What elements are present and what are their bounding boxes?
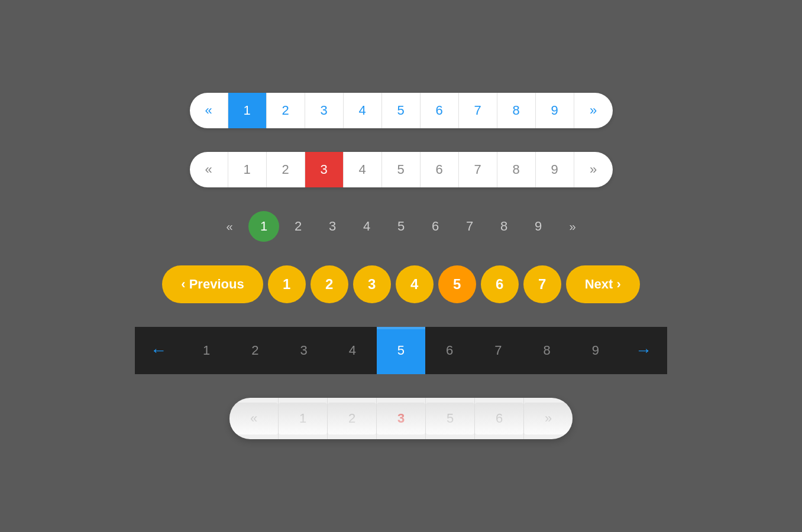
page-item-8[interactable]: 8 xyxy=(489,211,519,242)
page-item-6[interactable]: 6 xyxy=(421,152,459,187)
page-label: 5 xyxy=(447,411,454,426)
page-label: 2 xyxy=(348,411,355,426)
page-item-4[interactable]: 4 xyxy=(344,93,382,128)
page-cell-7[interactable]: 7 xyxy=(474,327,522,374)
page-label: « xyxy=(250,411,257,426)
page-item-8[interactable]: 8 xyxy=(497,93,536,128)
page-item-6[interactable]: 6 xyxy=(420,211,451,242)
page-item-2[interactable]: 2 xyxy=(283,211,313,242)
page-label: » xyxy=(545,411,552,426)
page-item-5[interactable]: 5 xyxy=(386,211,416,242)
next-arrow[interactable]: » xyxy=(574,93,613,128)
page-cell-8[interactable]: 8 xyxy=(523,327,571,374)
page-item-3[interactable]: 3 xyxy=(305,93,344,128)
page-cell-6[interactable]: 6 xyxy=(425,327,474,374)
page-circle-6[interactable]: 6 xyxy=(481,265,519,303)
page-item-8[interactable]: 8 xyxy=(497,152,536,187)
page-item-6[interactable]: 6 xyxy=(421,93,459,128)
page-item-9[interactable]: 9 xyxy=(523,211,554,242)
page-item-3[interactable]: 3 xyxy=(317,211,348,242)
page-circle-2[interactable]: 2 xyxy=(311,265,348,303)
pagination-6: «12356» xyxy=(229,398,573,439)
next-arrow[interactable]: » xyxy=(574,152,613,187)
pagination-3: «123456789» xyxy=(214,211,588,242)
next-button[interactable]: Next › xyxy=(566,265,640,303)
page-item-6[interactable]: 6 xyxy=(475,398,524,439)
pagination-4: ‹ Previous1234567Next › xyxy=(162,265,640,303)
page-cell-3[interactable]: 3 xyxy=(279,327,328,374)
page-cell-5[interactable]: 5 xyxy=(377,327,425,374)
page-item-3[interactable]: 3 xyxy=(377,398,426,439)
page-item-3[interactable]: 3 xyxy=(305,152,344,187)
prev-arrow[interactable]: « xyxy=(190,93,228,128)
pagination-1: «123456789» xyxy=(190,93,613,128)
page-circle-4[interactable]: 4 xyxy=(396,265,434,303)
page-cell-2[interactable]: 2 xyxy=(231,327,279,374)
page-circle-7[interactable]: 7 xyxy=(523,265,561,303)
page-item-1[interactable]: 1 xyxy=(248,211,279,242)
page-item-5[interactable]: 5 xyxy=(382,152,421,187)
page-circle-3[interactable]: 3 xyxy=(353,265,391,303)
previous-button[interactable]: ‹ Previous xyxy=(162,265,263,303)
page-circle-1[interactable]: 1 xyxy=(268,265,306,303)
page-cell-1[interactable]: 1 xyxy=(182,327,231,374)
page-item-7[interactable]: 7 xyxy=(454,211,485,242)
next-arrow[interactable]: » xyxy=(524,398,573,439)
page-item-1[interactable]: 1 xyxy=(279,398,328,439)
page-item-9[interactable]: 9 xyxy=(536,152,574,187)
pages-row: 123456789 xyxy=(182,327,620,374)
page-item-2[interactable]: 2 xyxy=(328,398,377,439)
page-item-4[interactable]: 4 xyxy=(351,211,382,242)
page-label: 3 xyxy=(397,411,405,426)
page-item-7[interactable]: 7 xyxy=(459,93,497,128)
pagination-2: «123456789» xyxy=(190,152,613,187)
page-circle-5[interactable]: 5 xyxy=(438,265,476,303)
prev-arrow[interactable]: « xyxy=(214,211,245,242)
page-label: 1 xyxy=(299,411,306,426)
page-cell-4[interactable]: 4 xyxy=(328,327,377,374)
page-item-5[interactable]: 5 xyxy=(382,93,421,128)
prev-arrow[interactable]: « xyxy=(229,398,279,439)
page-item-7[interactable]: 7 xyxy=(459,152,497,187)
page-item-2[interactable]: 2 xyxy=(267,152,305,187)
page-item-9[interactable]: 9 xyxy=(536,93,574,128)
page-item-4[interactable]: 4 xyxy=(344,152,382,187)
page-cell-9[interactable]: 9 xyxy=(571,327,620,374)
page-item-5[interactable]: 5 xyxy=(426,398,475,439)
page-item-1[interactable]: 1 xyxy=(228,152,267,187)
next-arrow-button[interactable]: → xyxy=(620,327,667,374)
page-label: 6 xyxy=(496,411,503,426)
page-item-1[interactable]: 1 xyxy=(228,93,267,128)
prev-arrow[interactable]: « xyxy=(190,152,228,187)
next-arrow[interactable]: » xyxy=(557,211,588,242)
prev-arrow-button[interactable]: ← xyxy=(135,327,182,374)
page-item-2[interactable]: 2 xyxy=(267,93,305,128)
pagination-5: ←123456789→ xyxy=(135,327,667,374)
